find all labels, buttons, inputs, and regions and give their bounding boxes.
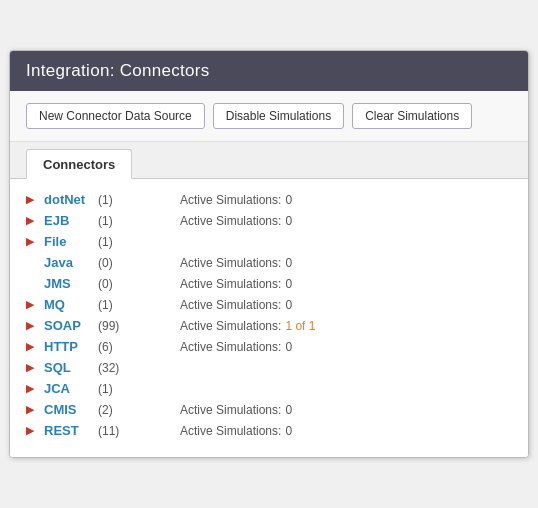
- connector-count: (6): [98, 340, 140, 354]
- connectors-tab[interactable]: Connectors: [26, 149, 132, 179]
- expand-chevron-icon[interactable]: ▶: [26, 298, 44, 311]
- connector-count: (0): [98, 256, 140, 270]
- table-row: ▶MQ(1)Active Simulations:0: [26, 294, 512, 315]
- clear-simulations-button[interactable]: Clear Simulations: [352, 103, 472, 129]
- connector-name[interactable]: File: [44, 234, 96, 249]
- connector-count: (1): [98, 214, 140, 228]
- connector-count: (11): [98, 424, 140, 438]
- sim-label: Active Simulations:: [180, 403, 281, 417]
- sim-value: 1 of 1: [285, 319, 315, 333]
- connector-count: (1): [98, 382, 140, 396]
- table-row: ▶REST(11)Active Simulations:0: [26, 420, 512, 441]
- connector-name[interactable]: CMIS: [44, 402, 96, 417]
- connector-count: (2): [98, 403, 140, 417]
- connector-name[interactable]: SQL: [44, 360, 96, 375]
- expand-chevron-icon[interactable]: ▶: [26, 361, 44, 374]
- connector-name[interactable]: MQ: [44, 297, 96, 312]
- main-window: Integration: Connectors New Connector Da…: [9, 50, 529, 458]
- sim-label: Active Simulations:: [180, 214, 281, 228]
- connector-name[interactable]: JCA: [44, 381, 96, 396]
- sim-value: 0: [285, 403, 292, 417]
- table-row: ▶SOAP(99)Active Simulations:1 of 1: [26, 315, 512, 336]
- connector-count: (1): [98, 193, 140, 207]
- expand-chevron-icon[interactable]: ▶: [26, 424, 44, 437]
- connector-name[interactable]: REST: [44, 423, 96, 438]
- sim-value: 0: [285, 298, 292, 312]
- connector-name[interactable]: JMS: [44, 276, 96, 291]
- connector-list: ▶dotNet(1)Active Simulations:0▶EJB(1)Act…: [10, 179, 528, 457]
- title-bar: Integration: Connectors: [10, 51, 528, 91]
- connector-name[interactable]: SOAP: [44, 318, 96, 333]
- sim-label: Active Simulations:: [180, 340, 281, 354]
- expand-chevron-icon[interactable]: ▶: [26, 382, 44, 395]
- table-row: ▶dotNet(1)Active Simulations:0: [26, 189, 512, 210]
- sim-value: 0: [285, 340, 292, 354]
- expand-chevron-icon[interactable]: ▶: [26, 235, 44, 248]
- window-title: Integration: Connectors: [26, 61, 210, 80]
- sim-label: Active Simulations:: [180, 298, 281, 312]
- connector-count: (32): [98, 361, 140, 375]
- sim-label: Active Simulations:: [180, 256, 281, 270]
- tab-bar: Connectors: [10, 142, 528, 179]
- sim-value: 0: [285, 277, 292, 291]
- connector-name[interactable]: Java: [44, 255, 96, 270]
- connector-name[interactable]: dotNet: [44, 192, 96, 207]
- sim-label: Active Simulations:: [180, 424, 281, 438]
- connector-count: (1): [98, 298, 140, 312]
- table-row: ▶File(1): [26, 231, 512, 252]
- table-row: ▶CMIS(2)Active Simulations:0: [26, 399, 512, 420]
- connector-name[interactable]: HTTP: [44, 339, 96, 354]
- sim-value: 0: [285, 214, 292, 228]
- connector-name[interactable]: EJB: [44, 213, 96, 228]
- expand-chevron-icon[interactable]: ▶: [26, 319, 44, 332]
- connector-count: (1): [98, 235, 140, 249]
- connector-count: (0): [98, 277, 140, 291]
- disable-simulations-button[interactable]: Disable Simulations: [213, 103, 344, 129]
- toolbar: New Connector Data Source Disable Simula…: [10, 91, 528, 142]
- table-row: JMS(0)Active Simulations:0: [26, 273, 512, 294]
- expand-chevron-icon[interactable]: ▶: [26, 340, 44, 353]
- expand-chevron-icon[interactable]: ▶: [26, 403, 44, 416]
- table-row: ▶SQL(32): [26, 357, 512, 378]
- new-connector-button[interactable]: New Connector Data Source: [26, 103, 205, 129]
- connector-count: (99): [98, 319, 140, 333]
- sim-value: 0: [285, 193, 292, 207]
- table-row: ▶JCA(1): [26, 378, 512, 399]
- table-row: Java(0)Active Simulations:0: [26, 252, 512, 273]
- expand-chevron-icon[interactable]: ▶: [26, 214, 44, 227]
- table-row: ▶HTTP(6)Active Simulations:0: [26, 336, 512, 357]
- sim-label: Active Simulations:: [180, 277, 281, 291]
- table-row: ▶EJB(1)Active Simulations:0: [26, 210, 512, 231]
- sim-label: Active Simulations:: [180, 193, 281, 207]
- sim-value: 0: [285, 424, 292, 438]
- expand-chevron-icon[interactable]: ▶: [26, 193, 44, 206]
- sim-label: Active Simulations:: [180, 319, 281, 333]
- sim-value: 0: [285, 256, 292, 270]
